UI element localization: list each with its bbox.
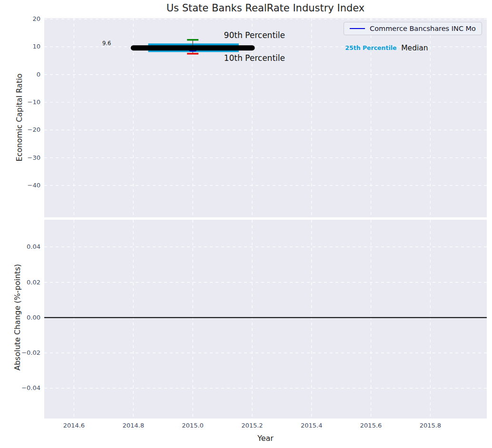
top-y-axis-label: Economic Capital Ratio bbox=[15, 74, 24, 162]
chart-title: Us State Banks RealRate Industry Index bbox=[44, 2, 487, 14]
annotation-p90-label: 90th Percentile bbox=[224, 30, 285, 40]
annotation-p25-label: 25th Percentile bbox=[345, 44, 396, 51]
legend-label: Commerce Bancshares INC Mo bbox=[370, 25, 476, 32]
top-y-tick-label: −20 bbox=[0, 126, 40, 134]
top-y-tick-label: 0 bbox=[0, 70, 40, 79]
x-tick-label: 2015.6 bbox=[354, 421, 388, 430]
top-y-tick-label: 20 bbox=[0, 15, 40, 23]
annotation-p10-label: 10th Percentile bbox=[224, 53, 285, 63]
top-y-tick-label: −40 bbox=[0, 181, 40, 190]
x-tick-label: 2015.0 bbox=[176, 421, 209, 430]
bottom-y-tick-label: 0.04 bbox=[0, 243, 40, 251]
annotation-median-value: 9.6 bbox=[102, 40, 111, 47]
legend: Commerce Bancshares INC Mo bbox=[344, 22, 482, 35]
annotation-median-label: Median bbox=[401, 44, 428, 52]
figure: Us State Banks RealRate Industry Index E… bbox=[0, 0, 492, 448]
top-y-tick-label: −10 bbox=[0, 98, 40, 107]
x-axis-label: Year bbox=[44, 434, 487, 443]
x-tick-label: 2015.8 bbox=[413, 421, 447, 430]
top-y-tick-label: −30 bbox=[0, 154, 40, 162]
x-tick-label: 2014.6 bbox=[57, 421, 90, 430]
bottom-plot-area bbox=[44, 220, 487, 419]
x-tick-label: 2014.8 bbox=[117, 421, 150, 430]
x-tick-label: 2015.4 bbox=[295, 421, 328, 430]
bottom-y-tick-label: 0.00 bbox=[0, 313, 40, 322]
bottom-plot-svg bbox=[44, 220, 487, 419]
bottom-y-tick-label: 0.02 bbox=[0, 278, 40, 287]
bottom-y-tick-label: −0.02 bbox=[0, 349, 40, 357]
top-y-tick-label: 10 bbox=[0, 42, 40, 51]
bottom-y-tick-label: −0.04 bbox=[0, 384, 40, 392]
legend-line-sample-icon bbox=[350, 28, 365, 29]
x-tick-label: 2015.2 bbox=[236, 421, 269, 430]
